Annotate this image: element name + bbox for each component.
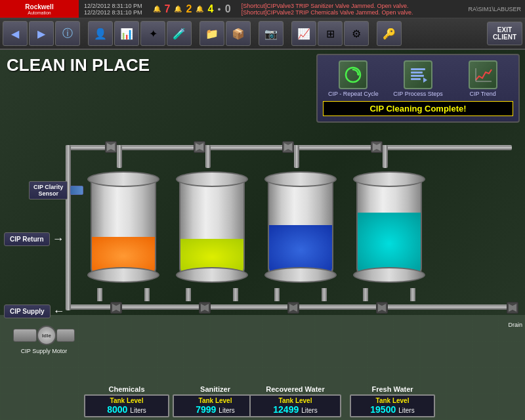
datetime-section: 12/2/2012 8:31:10 PM 12/2/2012 8:31:10 P… [79, 3, 148, 16]
cip-return-label: CIP Return [4, 232, 50, 246]
valve-bottom-2[interactable] [199, 302, 211, 314]
tank-recovered [261, 165, 340, 289]
tank-level-display-fresh: 19500 Liters [354, 404, 431, 415]
cip-repeat-cycle-button[interactable]: CIP - Repeat Cycle [323, 60, 384, 97]
camera-button[interactable]: 📷 [259, 21, 284, 46]
pump-status: Idle [42, 333, 51, 339]
tank-bottom-recovered [264, 267, 337, 283]
valve-top-3[interactable] [282, 141, 294, 153]
valve-drain[interactable] [507, 302, 518, 314]
logo-rockwell: Rockwell [25, 3, 53, 10]
alarm-count-3: 4 [207, 3, 213, 15]
info-button[interactable]: ⓘ [55, 21, 80, 46]
key-button[interactable]: 🔑 [377, 21, 402, 46]
svg-marker-6 [423, 77, 427, 83]
alarm-msg-1: [Shortcut]CIPValve3 TRIP Sanitizer Valve… [242, 3, 463, 9]
tank-leg-l-fresh [363, 288, 368, 301]
grid-button[interactable]: ⊞ [318, 21, 343, 46]
alarms-section: 🔔 7 🔔 2 🔔 4 ● 0 [148, 3, 236, 15]
tank-level-box-chemicals: Tank Level 8000 Liters [84, 394, 169, 417]
page-title: CLEAN IN PLACE [7, 55, 150, 75]
datetime1: 12/2/2012 8:31:10 PM [84, 3, 142, 9]
valve-top-4[interactable] [371, 141, 383, 153]
drain-label: Drain [508, 322, 522, 328]
tank-chemicals [84, 165, 163, 289]
tank-info-fresh: Fresh Water Tank Level 19500 Liters [350, 385, 435, 417]
tank-level-display-recovered: 12499 Liters [253, 404, 337, 415]
valve-bottom-3[interactable] [287, 302, 299, 314]
tank-level-value-chemicals: 8000 [107, 404, 127, 415]
cip-trend-icon [469, 60, 497, 89]
clarity-sensor-icon [70, 186, 83, 195]
pump-label: CIP Supply Motor [21, 348, 67, 354]
tank-top-chemicals [87, 171, 159, 187]
alarm-bell-2: 🔔 [174, 5, 182, 12]
cip-status-bar: CIP Cleaning Complete! [323, 101, 513, 116]
tank-level-display-chemicals: 8000 Liters [88, 404, 165, 415]
tank-bottom-sanitizer [176, 267, 248, 283]
tank-chemicals-body [84, 165, 163, 289]
cip-buttons: CIP - Repeat Cycle CIP Process Steps [323, 60, 513, 97]
person-button[interactable]: 👤 [88, 21, 113, 46]
tank-level-value-fresh: 19500 [370, 404, 396, 415]
cip-control-panel: CIP - Repeat Cycle CIP Process Steps [316, 54, 520, 123]
pump-motor-body [13, 329, 37, 342]
rockwell-logo: Rockwell Automation [0, 0, 79, 18]
tank-name-chemicals: Chemicals [84, 385, 169, 393]
cip-process-steps-button[interactable]: CIP Process Steps [388, 60, 449, 97]
pump-assembly: Idle [13, 326, 75, 345]
tank-leg-l-chemicals [97, 288, 102, 301]
tank-name-fresh: Fresh Water [350, 385, 435, 393]
pump-body-right [56, 329, 75, 342]
svg-rect-3 [411, 72, 423, 74]
svg-rect-2 [411, 68, 425, 70]
tank-bottom-chemicals [87, 267, 159, 283]
folder-button[interactable]: 📁 [200, 21, 224, 46]
fan-button[interactable]: ✦ [140, 21, 165, 46]
svg-rect-4 [411, 75, 424, 77]
valve-top-1[interactable] [105, 141, 117, 153]
tank-name-sanitizer: Sanitizer [173, 385, 258, 393]
cip-trend-button[interactable]: CIP Trend [452, 60, 513, 97]
back-button[interactable]: ◀ [3, 21, 28, 46]
main-content: CLEAN IN PLACE CIP - Repeat Cycle [0, 50, 525, 420]
tank-leg-r-chemicals [144, 288, 150, 301]
tank-body-sanitizer [179, 178, 245, 276]
beaker-button[interactable]: 🧪 [167, 21, 192, 46]
alarm-count-1: 7 [165, 3, 171, 15]
alarm-bell-3: 🔔 [196, 5, 203, 12]
cip-repeat-label: CIP - Repeat Cycle [328, 91, 379, 97]
tank-info-sanitizer: Sanitizer Tank Level 7999 Liters [173, 385, 258, 417]
box-button[interactable]: 📦 [226, 21, 251, 46]
tank-level-title-recovered: Tank Level [253, 397, 337, 404]
forward-button[interactable]: ▶ [29, 21, 54, 46]
tank-level-unit-sanitizer: Liters [219, 407, 234, 414]
tank-name-recovered: Recovered Water [249, 385, 341, 393]
valve-top-2[interactable] [194, 141, 205, 153]
exit-client-button[interactable]: EXIT CLIENT [487, 22, 522, 45]
tank-fresh-body [350, 165, 429, 289]
top-bar: Rockwell Automation 12/2/2012 8:31:10 PM… [0, 0, 525, 18]
tank-level-unit-chemicals: Liters [130, 407, 146, 414]
tank-leg-l-recovered [274, 288, 280, 301]
settings-button[interactable]: ⚙ [344, 21, 369, 46]
tank-level-box-fresh: Tank Level 19500 Liters [350, 394, 435, 417]
pump-container: Idle CIP Supply Motor [13, 326, 75, 354]
cip-clarity-sensor: CIP ClaritySensor [29, 181, 83, 200]
alarm-msg-2: [Shortcut]CIPValve2 TRIP Chemicals Valve… [242, 9, 463, 16]
tank-info-recovered: Recovered Water Tank Level 12499 Liters [249, 385, 341, 417]
valve-bottom-1[interactable] [110, 302, 122, 314]
tank-leg-l-sanitizer [186, 288, 191, 301]
chart-button[interactable]: 📈 [291, 21, 316, 46]
report-button[interactable]: 📊 [114, 21, 139, 46]
cip-supply-arrow: ← [53, 304, 65, 318]
cip-steps-icon [404, 60, 432, 89]
tank-level-display-sanitizer: 7999 Liters [177, 404, 254, 415]
tank-level-box-sanitizer: Tank Level 7999 Liters [173, 394, 258, 417]
cip-trend-label: CIP Trend [470, 91, 496, 97]
valve-bottom-4[interactable] [376, 302, 388, 314]
cip-steps-label: CIP Process Steps [393, 91, 442, 97]
tank-level-title-sanitizer: Tank Level [177, 397, 254, 404]
tank-body-fresh [356, 178, 422, 276]
tank-leg-r-sanitizer [233, 288, 238, 301]
